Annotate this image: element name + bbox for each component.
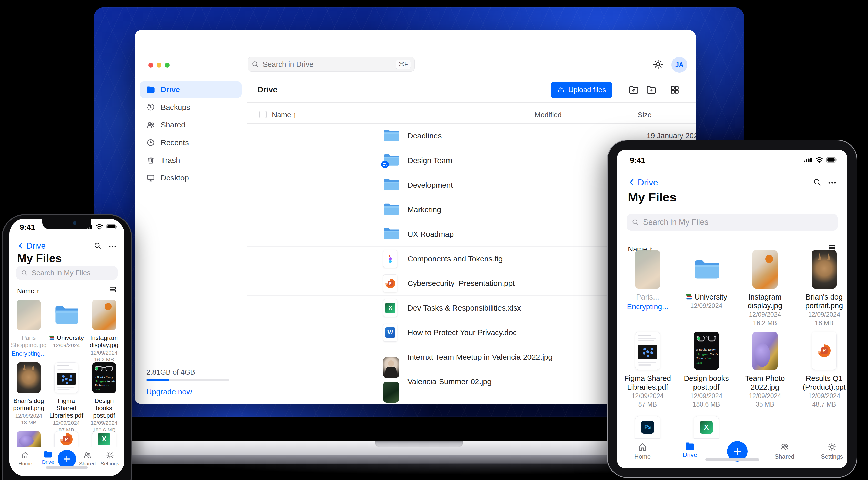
grid-item-caption: Brian's dogportrait.png12/09/202418 MB (10, 397, 47, 426)
file-name: Marketing (407, 205, 441, 214)
file-name: Dev Tasks & Responsibilities.xlsx (407, 304, 521, 312)
home-indicator[interactable] (46, 467, 88, 469)
nav-label: Drive (675, 451, 705, 458)
minimize-window-button[interactable] (157, 63, 161, 68)
column-header-name[interactable]: Name ↑ (272, 111, 297, 119)
upgrade-now-link[interactable]: Upgrade now (146, 387, 192, 396)
search-icon (251, 60, 259, 68)
sidebar-item-label: Recents (161, 138, 189, 147)
grid-item-folder[interactable] (54, 300, 79, 330)
folder-icon (675, 442, 705, 450)
page-title: Drive (257, 85, 278, 95)
desktop-icon (146, 174, 155, 182)
search-placeholder: Search in My Files (32, 269, 90, 277)
back-button[interactable]: Drive (17, 241, 45, 251)
folder-icon (383, 129, 399, 143)
sort-arrow-icon: ↑ (36, 287, 39, 295)
home-indicator[interactable] (705, 458, 759, 461)
sidebar-item-label: Backups (161, 103, 190, 112)
list-view-icon[interactable] (108, 286, 117, 295)
screen-title: My Files (628, 190, 676, 204)
back-label: Drive (638, 177, 658, 187)
grid-item-caption: University12/09/2024 (679, 293, 734, 310)
books-icon (49, 335, 55, 340)
sidebar-item-label: Desktop (161, 174, 189, 182)
sidebar-item-trash[interactable]: Trash (140, 152, 242, 168)
avatar[interactable]: JA (672, 57, 687, 73)
column-header-size[interactable]: Size (638, 111, 651, 119)
file-name: Valencia-Summer-02.jpg (407, 377, 492, 386)
more-options-icon[interactable] (828, 180, 836, 185)
file-type-icon (383, 250, 398, 268)
grid-item-caption: University12/09/2024 (48, 334, 85, 349)
search-icon (631, 218, 640, 226)
sidebar-item-desktop[interactable]: Desktop (140, 170, 242, 186)
folder-icon (383, 178, 399, 192)
file-name: Development (407, 181, 453, 190)
back-label: Drive (26, 241, 45, 251)
grid-item-caption: Instagramdisplay.jpg12/09/202416.2 MB (86, 334, 122, 363)
nav-label: Settings (816, 453, 847, 460)
search-placeholder: Search in Drive (263, 60, 313, 69)
search-icon[interactable] (813, 178, 822, 187)
sidebar-item-drive[interactable]: Drive (140, 81, 242, 98)
search-shortcut-badge: ⌘F (396, 60, 411, 69)
file-type-icon: X (383, 299, 398, 317)
status-icons (804, 157, 837, 164)
sidebar-item-recents[interactable]: Recents (140, 134, 242, 151)
wifi-icon (815, 157, 823, 164)
nav-item-settings[interactable]: Settings (816, 442, 847, 460)
nav-item-drive[interactable]: Drive (675, 442, 705, 458)
people-icon (769, 442, 800, 452)
search-input[interactable]: Search in My Files (16, 266, 118, 280)
add-button[interactable] (58, 450, 76, 468)
select-all-checkbox[interactable] (259, 111, 267, 118)
chevron-left-icon (628, 178, 636, 186)
sidebar-item-shared[interactable]: Shared (140, 117, 242, 133)
sort-arrow-icon: ↑ (293, 111, 297, 119)
close-window-button[interactable] (148, 63, 153, 68)
new-folder-icon[interactable] (645, 84, 657, 96)
storage-progressbar (146, 379, 229, 381)
more-options-icon[interactable] (108, 244, 117, 249)
search-input[interactable]: Search in Drive ⌘F (248, 57, 415, 72)
nav-label: Settings (95, 461, 124, 467)
recents-icon (146, 138, 155, 147)
sidebar-item-label: Drive (161, 85, 180, 94)
file-name: Internxt Team Meetup in Valencia 2022.jp… (407, 353, 553, 362)
phone-notch (42, 218, 92, 229)
marketing-composite: INTERNXT Search in Drive ⌘F JA DriveBack… (0, 0, 868, 480)
home-icon (627, 442, 658, 452)
sidebar-item-label: Shared (161, 121, 186, 129)
upload-icon (557, 86, 565, 94)
toolbar-divider (663, 84, 663, 96)
grid-view-icon[interactable] (669, 84, 681, 96)
column-header-modified[interactable]: Modified (535, 111, 562, 119)
search-input[interactable]: Search in My Files (627, 214, 837, 231)
back-button[interactable]: Drive (628, 177, 658, 187)
grid-item-caption: Brian's dogportrait.png12/09/202418 MB (797, 293, 847, 327)
signal-icon (804, 158, 812, 163)
sidebar-item-backups[interactable]: Backups (140, 99, 242, 115)
search-icon[interactable] (94, 242, 102, 251)
sort-divider (9, 298, 124, 299)
nav-item-home[interactable]: Home (627, 442, 658, 460)
grid-item-caption: Results Q1(Product).ppt12/09/202448.7 MB (797, 374, 847, 408)
gear-icon (816, 442, 847, 452)
nav-item-settings[interactable]: Settings (95, 451, 124, 467)
grid-item-caption: Team Photo2022.jpg12/09/202435 MB (738, 374, 793, 408)
sidebar-item-label: Trash (161, 156, 180, 165)
sort-by-name[interactable]: Name ↑ (17, 287, 39, 295)
status-time: 9:41 (630, 156, 645, 165)
folder-icon (383, 153, 399, 167)
gear-icon[interactable] (652, 58, 664, 70)
upload-folder-icon[interactable] (628, 84, 640, 96)
zoom-window-button[interactable] (165, 63, 169, 68)
grid-item-caption: ParisShopping.jpgEncrypting... (10, 334, 47, 357)
status-time: 9:41 (20, 223, 35, 232)
storage-progress-fill (146, 379, 169, 381)
grid-item-caption: Figma SharedLibraries.pdf12/09/202487 MB (48, 397, 85, 433)
upload-files-button[interactable]: Upload files (551, 82, 612, 98)
grid-item-folder[interactable] (694, 250, 719, 288)
nav-item-shared[interactable]: Shared (769, 442, 800, 460)
